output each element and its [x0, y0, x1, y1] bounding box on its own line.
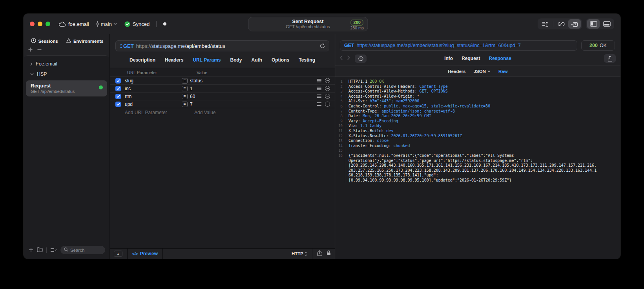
tab-info[interactable]: Info — [444, 56, 453, 61]
param-row[interactable]: slug=status — [110, 77, 335, 85]
tab-sessions[interactable]: Sessions — [31, 38, 58, 44]
param-value[interactable]: status — [190, 78, 317, 84]
forward-icon[interactable] — [347, 55, 350, 62]
subtab-headers[interactable]: Headers — [448, 69, 465, 74]
param-value[interactable]: 60 — [190, 94, 317, 99]
line-text: HTTP/1.1 200 OK — [345, 79, 384, 84]
sent-request-subtitle: GET /api/embed/status — [286, 24, 330, 29]
send-request-button[interactable] — [539, 19, 551, 29]
subtab-raw[interactable]: Raw — [498, 69, 508, 74]
param-enabled-checkbox[interactable] — [115, 102, 121, 107]
param-value[interactable]: 7 — [190, 102, 317, 107]
line-text: X-Status-Build: dev — [345, 129, 393, 134]
sent-request-url[interactable]: GET https://statuspage.me/api/embed/stat… — [340, 40, 577, 51]
drag-handle-icon[interactable] — [317, 102, 321, 105]
response-code-line: [208,205,145,298,443,140,160,165,171,161… — [335, 163, 620, 168]
response-code-line: 60,218,159,138,178,135,173,141],"upd": — [335, 173, 620, 178]
tab-testing[interactable]: Testing — [299, 57, 315, 63]
sync-status[interactable]: Synced — [124, 21, 150, 27]
tab-sessions-label: Sessions — [38, 39, 58, 44]
response-code-line: 6Cache-Control: public, max-age=15, stal… — [335, 104, 620, 109]
resend-loop-button[interactable] — [555, 19, 567, 29]
param-enabled-checkbox[interactable] — [115, 94, 121, 99]
sidebar-item-request[interactable]: Request GET /api/embed/status — [26, 80, 107, 96]
titlebar-toolbar — [538, 18, 614, 29]
equals-icon: = — [182, 102, 188, 107]
request-item-subtitle: GET /api/embed/status — [31, 89, 102, 94]
new-request-icon[interactable] — [29, 247, 33, 254]
search-input[interactable]: Search — [60, 246, 105, 254]
code-brackets-icon: </> — [132, 251, 138, 256]
remove-param-icon[interactable] — [325, 102, 330, 107]
share-icon[interactable] — [317, 250, 322, 258]
lock-icon[interactable] — [327, 250, 331, 257]
tab-body[interactable]: Body — [230, 57, 242, 63]
tab-auth[interactable]: Auth — [252, 57, 262, 63]
zoom-window-button[interactable] — [46, 22, 50, 26]
branch-selector[interactable]: main — [96, 21, 117, 27]
param-name[interactable]: rtm — [125, 94, 182, 99]
traffic-lights — [30, 22, 50, 26]
sent-request-summary[interactable]: Sent Request GET /api/embed/status 200 2… — [248, 17, 368, 31]
param-row[interactable]: upd=7 — [110, 100, 335, 108]
response-body-viewer[interactable]: 1HTTP/1.1 200 OK2Access-Control-Allow-He… — [335, 76, 620, 259]
param-name[interactable]: slug — [125, 78, 182, 84]
project-name[interactable]: foe.email — [68, 21, 89, 27]
sync-status-label: Synced — [133, 21, 150, 27]
add-param-row[interactable]: Add URL Parameter Add Value — [110, 108, 335, 116]
import-response-button[interactable] — [568, 19, 581, 29]
sort-list-icon[interactable] — [50, 247, 57, 254]
environments-icon — [66, 38, 71, 44]
param-enabled-checkbox[interactable] — [115, 86, 121, 91]
param-enabled-checkbox[interactable] — [115, 78, 121, 84]
tree-group-foe-email[interactable]: Foe.email — [24, 59, 109, 69]
history-clock-button[interactable] — [355, 55, 367, 63]
equals-icon: = — [182, 86, 188, 91]
protocol-selector[interactable]: HTTP — [292, 251, 307, 256]
tab-options[interactable]: Options — [272, 57, 289, 63]
param-value[interactable]: 1 — [190, 86, 317, 91]
add-item-icon[interactable] — [28, 46, 33, 53]
request-tabs: Description Headers URL Params Body Auth… — [110, 51, 335, 68]
drag-handle-icon[interactable] — [317, 87, 321, 90]
remove-param-icon[interactable] — [325, 86, 330, 91]
param-row[interactable]: inc=1 — [110, 85, 335, 93]
line-number — [335, 173, 345, 178]
layout-left-panel-button[interactable] — [587, 19, 600, 29]
expand-panel-button[interactable]: ▲ — [114, 251, 122, 257]
tree-group-hsp[interactable]: HSP — [24, 69, 109, 79]
synced-check-icon — [124, 21, 130, 27]
drag-handle-icon[interactable] — [317, 79, 321, 82]
resend-icon[interactable] — [320, 43, 325, 49]
minimize-window-button[interactable] — [38, 22, 42, 26]
param-name[interactable]: upd — [125, 102, 182, 107]
tab-environments[interactable]: Environments — [66, 38, 104, 44]
export-response-button[interactable] — [604, 54, 616, 63]
remove-param-icon[interactable] — [325, 78, 330, 83]
method-label: GET — [123, 43, 134, 49]
tab-description[interactable]: Description — [130, 57, 155, 63]
back-icon[interactable] — [340, 55, 343, 62]
tab-url-params[interactable]: URL Params — [193, 57, 221, 63]
line-text: Access-Control-Allow-Headers: Content-Ty… — [345, 84, 448, 89]
add-param-name-placeholder[interactable]: Add URL Parameter — [125, 110, 186, 115]
tab-request[interactable]: Request — [462, 56, 480, 61]
add-param-value-placeholder[interactable]: Add Value — [194, 110, 216, 115]
tab-headers[interactable]: Headers — [165, 57, 183, 63]
remove-param-icon[interactable] — [325, 94, 330, 99]
param-row[interactable]: rtm=60 — [110, 93, 335, 100]
subtab-json[interactable]: JSON — [474, 69, 491, 74]
preview-button[interactable]: </> Preview — [132, 251, 158, 256]
remove-item-icon[interactable] — [37, 46, 42, 53]
column-header-value: Value — [197, 70, 207, 75]
response-status-code: 200 — [589, 43, 598, 48]
drag-handle-icon[interactable] — [317, 95, 321, 98]
request-url-text[interactable]: https://statuspage.me/api/embed/status — [136, 43, 225, 49]
request-url-bar[interactable]: GET https://statuspage.me/api/embed/stat… — [115, 40, 329, 51]
tab-response[interactable]: Response — [489, 56, 511, 61]
close-window-button[interactable] — [30, 22, 35, 26]
param-name[interactable]: inc — [125, 86, 182, 91]
method-selector[interactable]: GET — [120, 43, 134, 49]
layout-bottom-panel-button[interactable] — [600, 19, 613, 29]
new-folder-icon[interactable] — [37, 247, 43, 254]
